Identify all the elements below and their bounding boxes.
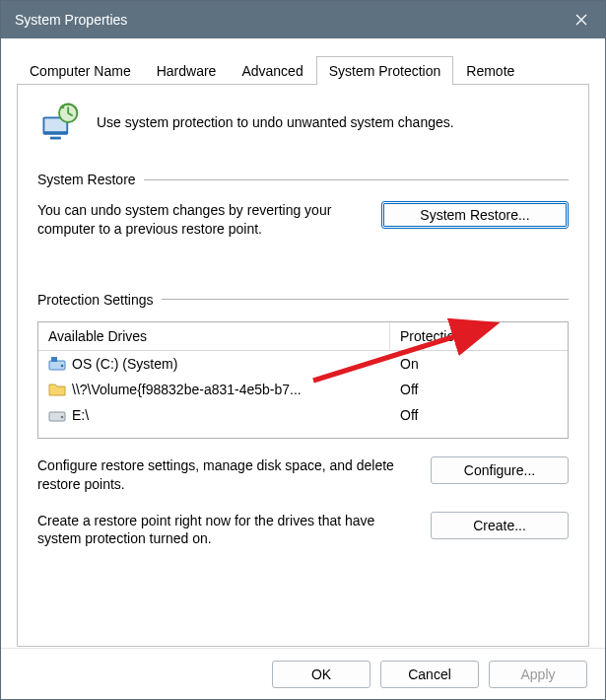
close-icon: [575, 14, 587, 26]
system-properties-window: System Properties Computer Name Hardware…: [0, 0, 606, 700]
cancel-button[interactable]: Cancel: [380, 661, 479, 688]
drive-name: OS (C:) (System): [72, 356, 177, 372]
group-protection-settings: Protection Settings Available Drives Pro…: [37, 292, 569, 549]
system-protection-icon: [37, 101, 81, 144]
drive-protection: Off: [390, 407, 568, 423]
group-divider: [144, 179, 569, 180]
col-header-drives[interactable]: Available Drives: [38, 322, 390, 350]
tab-advanced[interactable]: Advanced: [229, 56, 315, 85]
tab-hardware[interactable]: Hardware: [144, 56, 230, 85]
table-row[interactable]: E:\ Off: [38, 402, 568, 428]
disk-system-icon: [48, 356, 66, 372]
configure-button[interactable]: Configure...: [431, 456, 569, 484]
group-divider: [162, 299, 569, 300]
system-restore-button[interactable]: System Restore...: [381, 201, 569, 229]
close-button[interactable]: [558, 1, 605, 38]
svg-rect-2: [50, 137, 61, 140]
tabstrip: Computer Name Hardware Advanced System P…: [1, 38, 605, 85]
disk-icon: [48, 407, 66, 423]
svg-point-11: [61, 415, 64, 418]
drives-header: Available Drives Protection: [38, 322, 568, 351]
svg-point-9: [61, 364, 64, 367]
tab-computer-name[interactable]: Computer Name: [17, 56, 144, 85]
table-row[interactable]: \\?\Volume{f98832be-a831-4e5b-b7... Off: [38, 377, 568, 402]
create-button[interactable]: Create...: [431, 512, 569, 539]
tab-remote[interactable]: Remote: [453, 56, 527, 85]
folder-icon: [48, 382, 66, 397]
drive-name: \\?\Volume{f98832be-a831-4e5b-b7...: [72, 382, 302, 397]
titlebar[interactable]: System Properties: [1, 1, 605, 38]
dialog-footer: OK Cancel Apply: [1, 648, 605, 699]
table-row[interactable]: OS (C:) (System) On: [38, 351, 568, 377]
group-label-system-restore: System Restore: [37, 172, 136, 187]
tab-system-protection[interactable]: System Protection: [316, 56, 454, 85]
tab-panel-system-protection: Use system protection to undo unwanted s…: [17, 84, 589, 647]
ok-button[interactable]: OK: [272, 661, 370, 688]
drives-table: Available Drives Protection OS (C:) (Sys…: [37, 321, 569, 439]
svg-rect-8: [51, 357, 57, 362]
intro-row: Use system protection to undo unwanted s…: [37, 101, 569, 144]
intro-text: Use system protection to undo unwanted s…: [97, 114, 569, 130]
drive-name: E:\: [72, 407, 89, 423]
col-header-protection[interactable]: Protection: [390, 322, 568, 350]
create-row: Create a restore point right now for the…: [37, 512, 569, 549]
create-text: Create a restore point right now for the…: [37, 512, 415, 549]
configure-row: Configure restore settings, manage disk …: [37, 456, 569, 494]
group-label-protection-settings: Protection Settings: [37, 292, 154, 308]
group-system-restore: System Restore You can undo system chang…: [37, 172, 569, 239]
apply-button[interactable]: Apply: [489, 661, 587, 688]
window-title: System Properties: [15, 12, 127, 28]
system-restore-text: You can undo system changes by reverting…: [37, 201, 366, 239]
configure-text: Configure restore settings, manage disk …: [37, 456, 415, 494]
drive-protection: On: [390, 356, 568, 372]
drive-protection: Off: [390, 382, 568, 397]
